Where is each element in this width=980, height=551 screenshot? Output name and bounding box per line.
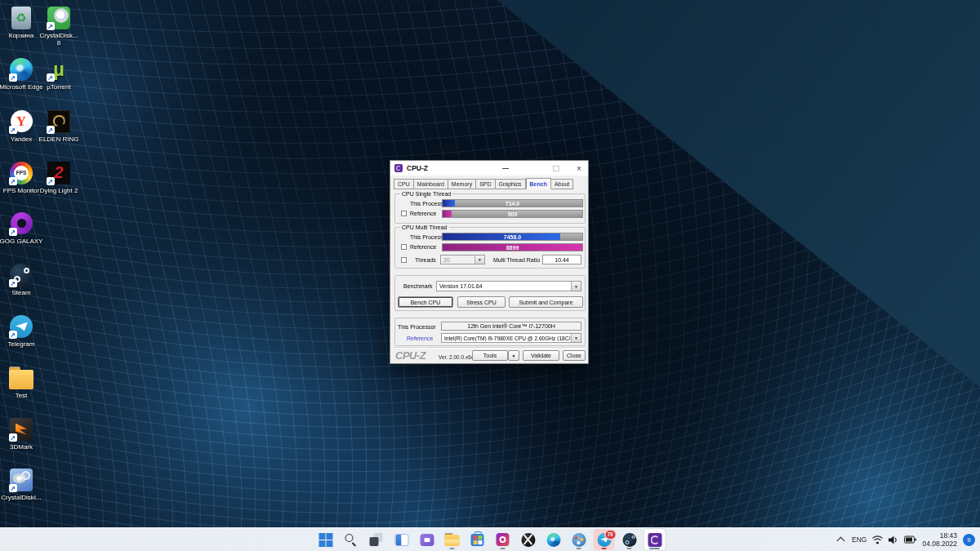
cpuz-window: CPU-Z × CPU Mainboard Memory SPD Graphic… xyxy=(390,160,589,364)
minimize-button[interactable] xyxy=(498,161,513,176)
widgets-icon xyxy=(394,534,408,546)
tab-graphics[interactable]: Graphics xyxy=(496,179,526,189)
single-this-bar: 714.0 xyxy=(442,199,583,207)
xbox-button[interactable] xyxy=(518,529,539,550)
tab-memory[interactable]: Memory xyxy=(448,179,476,189)
stress-cpu-button[interactable]: Stress CPU xyxy=(457,296,506,308)
desktop-icon-label: FPS Monitor xyxy=(3,187,39,194)
telegram-button[interactable]: 70 xyxy=(594,529,615,550)
telegram-unread-badge: 70 xyxy=(605,531,615,539)
desktop-icon-label: Steam xyxy=(11,289,30,296)
multi-reference-checkbox[interactable] xyxy=(401,244,407,250)
desktop-icon-gog-galaxy[interactable]: ↗ GOG GALAXY xyxy=(0,211,45,245)
reference-select[interactable]: Intel(R) Core(TM) i9-7980XE CPU @ 2.60GH… xyxy=(441,333,581,343)
processor-group: This Processor 12th Gen Intel® Core™ i7-… xyxy=(394,318,586,346)
benchmark-select[interactable]: Version 17.01.64▼ xyxy=(436,281,581,291)
benchmark-group: Benchmark Version 17.01.64▼ Bench CPU St… xyxy=(394,275,586,311)
desktop-icon-dying-light-2[interactable]: 2 ↗ Dying Light 2 xyxy=(35,160,82,194)
cpuz-taskbar-button[interactable] xyxy=(644,529,666,550)
file-explorer-button[interactable] xyxy=(442,529,463,550)
task-view-icon xyxy=(370,533,383,546)
3dmark-icon: ↗ xyxy=(9,416,34,442)
notification-count-badge[interactable]: 9 xyxy=(963,534,975,546)
edge-button[interactable] xyxy=(543,529,564,550)
battery-icon[interactable] xyxy=(904,535,916,544)
shortcut-arrow-icon: ↗ xyxy=(9,73,17,82)
telegram-icon: 70 xyxy=(597,533,611,547)
threads-checkbox[interactable] xyxy=(401,257,407,263)
close-icon[interactable]: × xyxy=(572,161,586,176)
windows-logo-icon xyxy=(318,533,332,547)
desktop-icon-label: Telegram xyxy=(8,340,35,348)
steam-button[interactable] xyxy=(619,529,640,550)
tab-bench[interactable]: Bench xyxy=(526,178,551,189)
desktop-icon-elden-ring[interactable]: ↗ ELDEN RING xyxy=(35,109,82,143)
shortcut-arrow-icon: ↗ xyxy=(9,484,17,492)
start-button[interactable] xyxy=(315,529,336,550)
desktop: ♻ Корзина ↗ CrystalDisk... 8 ↗ Microsoft… xyxy=(0,0,980,551)
divider xyxy=(394,347,586,349)
tools-dropdown-button[interactable]: ▼ xyxy=(508,350,519,361)
steam-icon: ↗ xyxy=(9,262,34,287)
shortcut-arrow-icon: ↗ xyxy=(9,228,17,236)
desktop-icon-label: Dying Light 2 xyxy=(40,187,78,194)
edge-icon xyxy=(546,533,560,547)
ratio-label: Multi Thread Ratio xyxy=(493,257,540,263)
search-button[interactable] xyxy=(341,529,362,550)
task-view-button[interactable] xyxy=(366,529,387,550)
recycle-bin-icon: ♻ xyxy=(9,5,34,30)
desktop-icon-crystaldiskinfo[interactable]: ↗ CrystalDiskI... xyxy=(0,467,45,501)
crystaldiskinfo-8-icon: ↗ xyxy=(47,5,72,30)
shortcut-arrow-icon: ↗ xyxy=(9,279,17,287)
desktop-icon-steam[interactable]: ↗ Steam xyxy=(0,262,45,296)
shortcut-arrow-icon: ↗ xyxy=(9,126,17,134)
desktop-icon-crystaldiskinfo-8[interactable]: ↗ CrystalDisk... 8 xyxy=(35,5,82,47)
desktop-icon-label: Yandex xyxy=(11,136,33,143)
desktop-icon-label: CrystalDiskI... xyxy=(1,494,41,501)
bench-cpu-button[interactable]: Bench CPU xyxy=(398,296,453,308)
tray-overflow-chevron-icon[interactable] xyxy=(838,536,844,543)
chat-button[interactable] xyxy=(416,529,438,550)
clock[interactable]: 18:43 04.08.2022 xyxy=(922,531,957,548)
threads-select[interactable]: 20▼ xyxy=(440,255,485,264)
cpuz-icon xyxy=(648,533,662,547)
multi-ref-label: Reference xyxy=(410,244,436,250)
cpuz-app-icon xyxy=(394,164,403,172)
submit-compare-button[interactable]: Submit and Compare xyxy=(509,296,583,308)
telegram-icon: ↗ xyxy=(9,313,34,339)
widgets-button[interactable] xyxy=(391,529,412,550)
tools-button[interactable]: Tools xyxy=(472,350,508,361)
single-reference-checkbox[interactable] xyxy=(401,211,407,216)
desktop-icon-utorrent[interactable]: µ ↗ µTorrent xyxy=(35,56,82,91)
tab-strip: CPU Mainboard Memory SPD Graphics Bench … xyxy=(394,177,573,189)
desktop-icon-label: GOG GALAXY xyxy=(0,238,42,245)
desktop-icon-label: Корзина xyxy=(9,32,33,39)
tab-cpu[interactable]: CPU xyxy=(394,179,414,189)
taskbar: 70 ENG 18:43 xyxy=(0,527,980,551)
tab-spd[interactable]: SPD xyxy=(476,179,495,189)
reference-label: Reference xyxy=(407,335,433,341)
desktop-icon-test-folder[interactable]: Test xyxy=(0,365,45,399)
tab-mainboard[interactable]: Mainboard xyxy=(414,179,448,189)
validate-button[interactable]: Validate xyxy=(523,350,559,361)
tab-about[interactable]: About xyxy=(551,179,573,189)
single-ref-bar: 509 xyxy=(442,210,583,218)
close-button[interactable]: Close xyxy=(563,350,586,361)
group-title: CPU Single Thread xyxy=(400,191,452,197)
microsoft-edge-icon: ↗ xyxy=(9,56,34,82)
desktop-icon-3dmark[interactable]: ↗ 3DMark xyxy=(0,416,45,451)
language-indicator[interactable]: ENG xyxy=(852,535,866,544)
single-ref-score: 509 xyxy=(443,211,582,217)
photos-app-button[interactable] xyxy=(492,529,514,550)
desktop-icon-telegram[interactable]: ↗ Telegram xyxy=(0,313,45,348)
wifi-icon[interactable] xyxy=(872,535,883,544)
benchmark-label: Benchmark xyxy=(403,283,432,289)
microsoft-store-button[interactable] xyxy=(467,529,488,550)
file-explorer-icon xyxy=(445,535,460,546)
multi-this-score: 7458.0 xyxy=(443,233,582,240)
volume-icon[interactable] xyxy=(889,535,898,544)
shortcut-arrow-icon: ↗ xyxy=(47,73,55,82)
chat-icon xyxy=(420,534,434,546)
shortcut-arrow-icon: ↗ xyxy=(9,331,17,339)
paint-app-button[interactable] xyxy=(568,529,590,550)
